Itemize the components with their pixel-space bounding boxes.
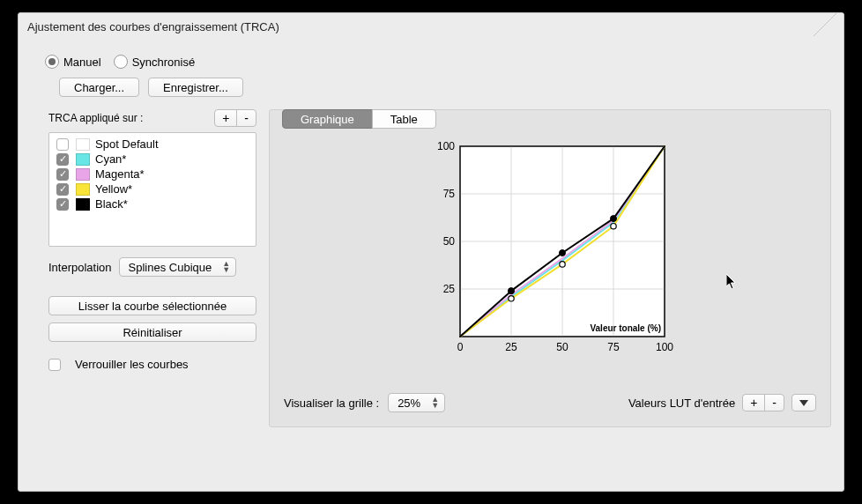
window-title-text: Ajustement des courbes d'engraissement (…: [27, 20, 279, 33]
swatch: [76, 168, 90, 181]
interpolation-value: Splines Cubique: [129, 261, 212, 274]
radio-icon: [114, 55, 128, 69]
list-item[interactable]: Cyan*: [49, 152, 256, 167]
applied-on-label: TRCA appliqué sur :: [48, 112, 143, 124]
svg-point-18: [509, 288, 514, 293]
svg-text:25: 25: [443, 283, 456, 295]
svg-text:75: 75: [607, 341, 620, 353]
checkbox[interactable]: [56, 198, 69, 211]
file-buttons: Charger... Enregistrer...: [19, 78, 843, 97]
view-tabs: Graphique Table: [282, 109, 816, 129]
svg-text:100: 100: [656, 341, 673, 353]
mode-radio-group: Manuel Synchronisé: [19, 49, 843, 78]
svg-text:25: 25: [505, 341, 517, 353]
list-item-label: Cyan*: [95, 152, 126, 166]
tab-table[interactable]: Table: [372, 109, 436, 129]
list-item-label: Magenta*: [95, 167, 145, 181]
list-item-label: Spot Default: [95, 137, 159, 151]
list-item-label: Black*: [95, 197, 128, 211]
svg-point-16: [560, 262, 565, 267]
chart-area[interactable]: 0255075100255075100Valeur tonale (%): [284, 134, 816, 375]
lut-menu[interactable]: [791, 394, 816, 411]
lut-label: Valeurs LUT d'entrée: [628, 397, 735, 410]
svg-text:50: 50: [556, 341, 568, 353]
smooth-button[interactable]: Lisser la courbe sélectionnée: [48, 296, 256, 315]
curves-chart[interactable]: 0255075100255075100Valeur tonale (%): [427, 139, 673, 368]
svg-text:Valeur tonale (%): Valeur tonale (%): [590, 323, 661, 333]
load-button[interactable]: Charger...: [59, 78, 139, 97]
window-title: Ajustement des courbes d'engraissement (…: [19, 13, 843, 49]
reset-button[interactable]: Réinitialiser: [48, 322, 256, 342]
svg-text:100: 100: [437, 140, 455, 152]
list-item-label: Yellow*: [95, 182, 132, 196]
applied-on-remove[interactable]: -: [236, 109, 256, 127]
mode-sync-label: Synchronisé: [132, 56, 196, 69]
radio-icon: [45, 55, 59, 69]
interpolation-select[interactable]: Splines Cubique ▲▼: [119, 257, 237, 277]
checkbox[interactable]: [56, 153, 69, 166]
lut-add[interactable]: +: [742, 394, 765, 411]
lock-curves-label: Verrouiller les courbes: [75, 358, 189, 371]
checkbox[interactable]: [56, 138, 69, 151]
grid-label: Visualiser la grille :: [284, 397, 379, 410]
updown-icon: ▲▼: [217, 261, 230, 273]
interpolation-label: Interpolation: [48, 261, 112, 274]
applied-on-buttons: + -: [214, 109, 256, 127]
svg-point-19: [560, 250, 565, 256]
mode-sync[interactable]: Synchronisé: [114, 55, 196, 69]
checkbox[interactable]: [56, 183, 69, 196]
applied-on-add[interactable]: +: [214, 109, 237, 127]
checkbox[interactable]: [56, 168, 69, 181]
mode-manual[interactable]: Manuel: [45, 55, 101, 69]
svg-point-20: [611, 216, 616, 221]
updown-icon: ▲▼: [426, 397, 439, 409]
chevron-down-icon: [799, 400, 808, 406]
swatch: [76, 138, 90, 151]
lut-buttons: + -: [742, 394, 784, 411]
swatch: [76, 183, 90, 196]
trca-window: Ajustement des courbes d'engraissement (…: [18, 12, 844, 492]
list-item[interactable]: Spot Default: [49, 137, 256, 152]
left-panel: TRCA appliqué sur : + - Spot Default Cya…: [48, 109, 256, 427]
list-item[interactable]: Magenta*: [49, 167, 256, 182]
svg-point-17: [611, 224, 616, 229]
grid-value: 25%: [398, 397, 420, 410]
grid-select[interactable]: 25% ▲▼: [388, 393, 445, 412]
channel-list[interactable]: Spot Default Cyan* Magenta* Yellow*: [48, 132, 256, 247]
svg-text:75: 75: [443, 188, 456, 200]
swatch: [76, 153, 90, 166]
svg-point-15: [509, 296, 514, 301]
mode-manual-label: Manuel: [63, 56, 101, 69]
save-button[interactable]: Enregistrer...: [148, 78, 243, 97]
tab-graph[interactable]: Graphique: [282, 109, 373, 129]
right-panel: Graphique Table 0255075100255075100Valeu…: [269, 109, 831, 427]
svg-text:50: 50: [443, 235, 456, 248]
list-item[interactable]: Yellow*: [49, 182, 256, 196]
lock-curves-checkbox[interactable]: [48, 359, 61, 371]
lut-remove[interactable]: -: [764, 394, 784, 411]
list-item[interactable]: Black*: [49, 196, 256, 211]
swatch: [76, 198, 90, 211]
svg-text:0: 0: [457, 341, 464, 353]
